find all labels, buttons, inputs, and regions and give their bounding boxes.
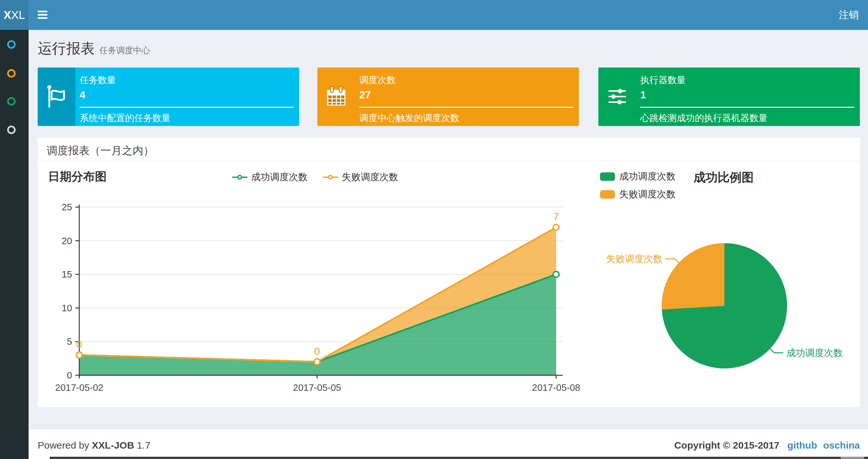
sidebar-item-3-circle-icon[interactable]: [7, 97, 16, 105]
info-box-value: 27: [359, 89, 576, 101]
product-version: 1.7: [137, 440, 150, 451]
oschina-link[interactable]: oschina: [823, 440, 860, 451]
legend-item-fail[interactable]: 失败调度次数: [322, 171, 398, 184]
page-subtitle: 任务调度中心: [99, 45, 150, 55]
svg-text:2017-05-05: 2017-05-05: [293, 383, 341, 393]
svg-text:失败调度次数: 失败调度次数: [606, 254, 663, 264]
info-box-label: 任务数量: [80, 74, 296, 86]
svg-text:0: 0: [314, 346, 320, 357]
info-box-label: 调度次数: [359, 74, 576, 86]
svg-text:25: 25: [62, 202, 72, 212]
logo-bold: X: [4, 8, 11, 21]
app-logo[interactable]: XXL: [0, 0, 29, 30]
screen-bottom-edge: [50, 457, 868, 459]
info-box-value: 1: [640, 89, 857, 101]
sidebar-toggle-button[interactable]: [38, 11, 48, 19]
svg-text:0: 0: [76, 338, 82, 350]
info-box-triggers: 调度次数 27 调度中心触发的调度次数: [317, 67, 579, 126]
page-title: 运行报表任务调度中心: [38, 39, 150, 58]
info-box-description: 系统中配置的任务数量: [80, 112, 296, 124]
svg-text:10: 10: [62, 303, 72, 313]
info-box-executors: 执行器数量 1 心跳检测成功的执行器机器数量: [598, 67, 860, 126]
info-box-label: 执行器数量: [640, 74, 857, 86]
info-box-jobs: 任务数量 4 系统中配置的任务数量: [38, 67, 299, 126]
footer: Powered by XXL-JOB 1.7 Copyright © 2015-…: [29, 428, 868, 459]
line-chart-legend: 成功调度次数 失败调度次数: [45, 171, 585, 184]
flag-icon: [38, 67, 75, 126]
svg-text:15: 15: [62, 269, 72, 280]
info-box-description: 调度中心触发的调度次数: [359, 112, 576, 124]
panel-header: 调度报表（一月之内）: [38, 138, 860, 161]
top-navbar: XXL 注销: [0, 0, 868, 30]
sidebar: [0, 30, 29, 459]
calendar-icon: [317, 67, 355, 126]
svg-text:7: 7: [553, 211, 559, 222]
date-distribution-chart: 日期分布图 成功调度次数 失败调度次数 05101520252017-05-02…: [45, 166, 585, 397]
svg-text:20: 20: [62, 236, 72, 246]
line-chart-canvas: 05101520252017-05-022017-05-052017-05-08…: [45, 197, 585, 405]
github-link[interactable]: github: [787, 440, 817, 451]
divider: [80, 107, 294, 108]
powered-by: Powered by XXL-JOB 1.7: [38, 440, 150, 451]
sliders-icon: [598, 67, 636, 126]
copyright: Copyright © 2015-2017 github oschina: [674, 440, 860, 451]
svg-text:0: 0: [67, 370, 72, 381]
svg-text:成功调度次数: 成功调度次数: [786, 348, 843, 358]
legend-item-success[interactable]: 成功调度次数: [232, 171, 308, 184]
line-marker-icon: [322, 176, 338, 178]
svg-text:2017-05-08: 2017-05-08: [532, 383, 580, 393]
success-ratio-chart: 成功调度次数 失败调度次数 成功比例图 成功调度次数失败调度次数: [599, 166, 856, 397]
hamburger-icon: [38, 11, 48, 12]
divider: [359, 107, 574, 108]
sidebar-item-1-circle-icon[interactable]: [7, 40, 16, 49]
info-box-value: 4: [80, 89, 296, 101]
panel-title: 调度报表（一月之内）: [47, 143, 154, 158]
sidebar-item-4-circle-icon[interactable]: [7, 126, 16, 134]
report-panel: 调度报表（一月之内） 日期分布图 成功调度次数 失败调度次数 051015202…: [38, 138, 860, 407]
info-box-description: 心跳检测成功的执行器机器数量: [640, 112, 857, 124]
pie-chart-canvas: 成功调度次数失败调度次数: [599, 166, 856, 397]
svg-text:2017-05-02: 2017-05-02: [55, 383, 103, 393]
logout-link[interactable]: 注销: [839, 0, 859, 30]
logo-rest: XL: [11, 8, 25, 21]
line-marker-icon: [232, 176, 248, 178]
svg-text:5: 5: [67, 336, 72, 347]
divider: [640, 107, 855, 108]
sidebar-item-2-circle-icon[interactable]: [7, 69, 16, 77]
screen-bottom-edge-thumb: [841, 457, 864, 459]
product-name: XXL-JOB: [92, 440, 134, 451]
